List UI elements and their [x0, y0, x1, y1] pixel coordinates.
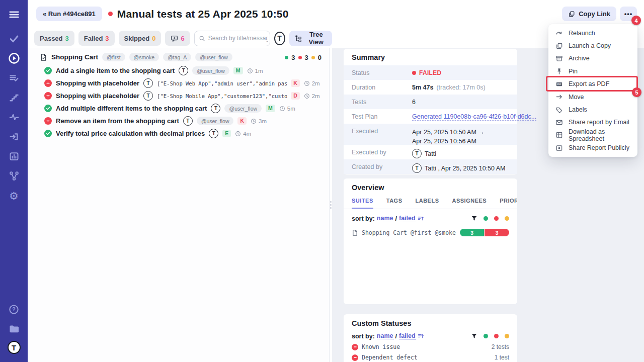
menu-item-share-report-by-email[interactable]: Share report by Email [548, 116, 637, 129]
menu-item-download-as-spreadsheet[interactable]: Download as Spreadsheet [548, 129, 637, 141]
test-duration: 1m [247, 68, 263, 74]
menu-item-pin[interactable]: Pin [548, 65, 637, 77]
filter-skipped[interactable]: Skipped 0 [119, 31, 162, 46]
sort-by-name-link[interactable]: name [377, 332, 393, 340]
clock-icon [251, 118, 257, 124]
file-icon [40, 53, 47, 61]
test-row[interactable]: Add multiple different items to the shop… [28, 102, 330, 115]
settings-gear-icon[interactable]: ⚙ [7, 188, 22, 203]
toggle-passed-dot[interactable] [484, 334, 488, 338]
test-row[interactable]: Add a single item to the shopping cart T… [28, 64, 330, 77]
menu-item-export-as-pdf[interactable]: PDF Export as PDF [548, 78, 637, 90]
overview-suite-row[interactable]: Shopping Cart @first @smoke … 3 3 [344, 222, 517, 236]
sort-by-name-link[interactable]: name [377, 215, 393, 222]
overview-sort-row: sort by: name / failed [344, 209, 517, 222]
assignee-avatar[interactable]: T [211, 104, 220, 113]
test-plan-link[interactable]: Generated 1190e08b-ca96-4f26-b10f-d6dc..… [412, 113, 536, 121]
menu-item-share-report-publicly[interactable]: Share Report Publicly [548, 142, 637, 154]
user-avatar[interactable]: T [8, 341, 21, 354]
resize-handle-icon [330, 201, 332, 209]
filter-failed[interactable]: Failed 3 [78, 31, 115, 46]
custom-status-label: Dependent defect [362, 354, 418, 361]
toggle-passed-dot[interactable] [484, 216, 488, 221]
menu-item-archive[interactable]: Archive [548, 52, 637, 65]
help-icon[interactable]: ? [7, 302, 22, 317]
test-list-panel: Shopping Cart @first @smoke @tag_A @user… [28, 48, 330, 362]
suite-tag[interactable]: @tag_A [163, 53, 191, 61]
tasks-check-icon[interactable] [7, 31, 22, 46]
toggle-failed-dot[interactable] [494, 334, 499, 338]
test-title: Add multiple different items to the shop… [56, 105, 207, 112]
assignee-avatar[interactable]: T [143, 91, 153, 101]
custom-statuses-title: Custom Statuses [344, 319, 517, 330]
test-tag[interactable]: @user_flow [197, 117, 234, 125]
filter-funnel-icon[interactable] [471, 333, 477, 339]
custom-status-row[interactable]: Known issue 2 tests [344, 340, 517, 350]
test-tag[interactable]: @user_flow [224, 104, 262, 113]
activity-icon[interactable] [7, 110, 22, 125]
test-tag[interactable]: @user_flow [192, 66, 229, 75]
suite-row[interactable]: Shopping Cart @first @smoke @tag_A @user… [28, 48, 330, 64]
toggle-failed-dot[interactable] [494, 216, 499, 221]
tab-labels[interactable]: LABELS [415, 198, 439, 209]
suite-tag[interactable]: @user_flow [195, 53, 232, 61]
executor-avatar-icon[interactable]: T [274, 32, 285, 45]
tab-tags[interactable]: TAGS [386, 198, 403, 209]
file-icon [352, 229, 358, 236]
filter-funnel-icon[interactable] [471, 215, 477, 222]
failed-dot [412, 71, 416, 75]
menu-item-move[interactable]: Move [548, 90, 637, 103]
menu-item-relaunch[interactable]: Relaunch [548, 27, 637, 39]
search-input[interactable] [208, 35, 268, 42]
filter-passed[interactable]: Passed 3 [34, 31, 74, 46]
suite-results-bar[interactable]: 3 3 [460, 229, 509, 236]
tree-view-button[interactable]: Tree View [289, 31, 333, 46]
menu-item-labels[interactable]: Labels [548, 103, 637, 116]
sort-by-failed-link[interactable]: failed [399, 332, 416, 340]
steps-icon[interactable] [7, 90, 22, 105]
suite-tag[interactable]: @first [102, 53, 125, 61]
sort-direction-icon[interactable] [418, 215, 424, 222]
tests-value: 6 [412, 95, 416, 110]
runs-play-icon[interactable] [7, 51, 22, 66]
summary-row-executed-by: Executed by TTatti [344, 145, 517, 159]
back-run-button[interactable]: « Run #494ce891 [36, 7, 102, 21]
checklist-icon[interactable] [7, 70, 22, 85]
assignee-avatar[interactable]: T [143, 78, 153, 88]
tab-suites[interactable]: SUITES [352, 198, 373, 209]
failed-label: Failed [84, 35, 103, 42]
test-duration: 4m [235, 131, 251, 137]
test-row[interactable]: Shopping with placeholder T ["E-Shop Mob… [28, 89, 330, 102]
copy-link-button[interactable]: Copy Link [562, 7, 616, 21]
test-row[interactable]: Shopping with placeholder T ["E-Shop Web… [28, 77, 330, 89]
annotation-step-badge: 4 [631, 16, 641, 25]
menu-icon[interactable] [7, 7, 22, 22]
suite-failed-count: 3 [305, 54, 308, 61]
assignee-avatar[interactable]: T [179, 66, 188, 75]
test-row[interactable]: Verify total price calculation with deci… [28, 127, 330, 140]
toggle-skipped-dot[interactable] [505, 216, 509, 221]
tab-assignees[interactable]: ASSIGNEES [452, 198, 487, 209]
toggle-skipped-dot[interactable] [505, 334, 509, 338]
suite-tag[interactable]: @smoke [129, 53, 159, 61]
assignee-avatar[interactable]: T [209, 129, 218, 138]
pin-icon [555, 67, 563, 75]
custom-status-row[interactable]: Dependent defect 1 test [344, 350, 517, 361]
tab-priority[interactable]: PRIORITY [500, 198, 517, 209]
branch-icon[interactable] [7, 168, 22, 184]
run-status-dot [108, 12, 113, 16]
status-badge: K [291, 79, 300, 87]
clock-icon [235, 131, 241, 137]
sidebar: ⚙ ? T [0, 0, 28, 362]
projects-folder-icon[interactable] [7, 321, 22, 336]
suite-name: Shopping Cart [51, 53, 98, 61]
reports-icon[interactable] [7, 149, 22, 164]
import-icon[interactable] [7, 129, 22, 144]
filter-comments[interactable]: 6 [165, 31, 190, 46]
sort-direction-icon[interactable] [418, 333, 424, 339]
menu-item-launch-a-copy[interactable]: Launch a Copy [548, 39, 637, 52]
sort-by-failed-link[interactable]: failed [399, 215, 416, 222]
test-row[interactable]: Remove an item from the shopping cart T … [28, 115, 330, 127]
copy-link-label: Copy Link [579, 10, 610, 18]
assignee-avatar[interactable]: T [183, 116, 193, 126]
